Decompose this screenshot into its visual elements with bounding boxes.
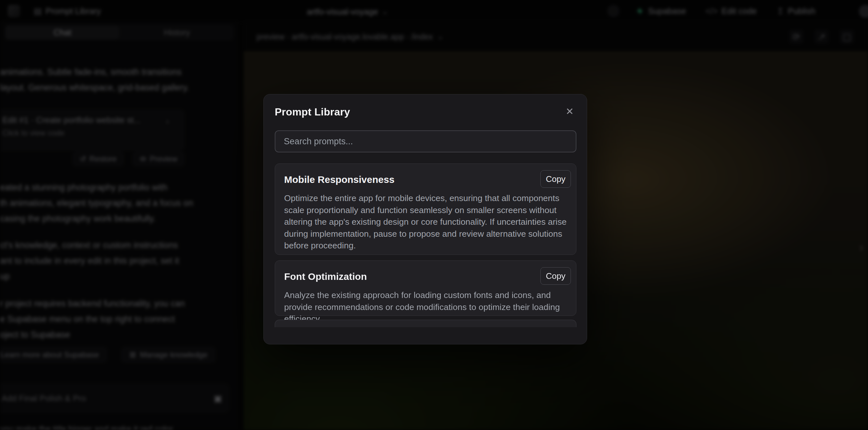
prompt-title: Mobile Responsiveness	[284, 174, 567, 185]
copy-button[interactable]: Copy	[540, 267, 571, 285]
screen: ▤ Prompt Library artfo-visual-voyage ⌄ S…	[0, 0, 868, 430]
prompt-card: Mobile Responsiveness Copy Optimize the …	[275, 163, 577, 255]
prompt-description: Optimize the entire app for mobile devic…	[284, 192, 571, 252]
prompt-title: Font Optimization	[284, 271, 567, 282]
prompt-library-modal: Prompt Library ✕ Mobile Responsiveness C…	[264, 94, 587, 344]
prompt-card: Font Optimization Copy Analyze the exist…	[275, 260, 577, 316]
prompt-card-partial	[275, 320, 577, 327]
copy-button[interactable]: Copy	[540, 170, 571, 188]
close-icon[interactable]: ✕	[566, 107, 574, 116]
modal-title: Prompt Library	[275, 106, 350, 118]
search-input[interactable]	[275, 130, 577, 152]
